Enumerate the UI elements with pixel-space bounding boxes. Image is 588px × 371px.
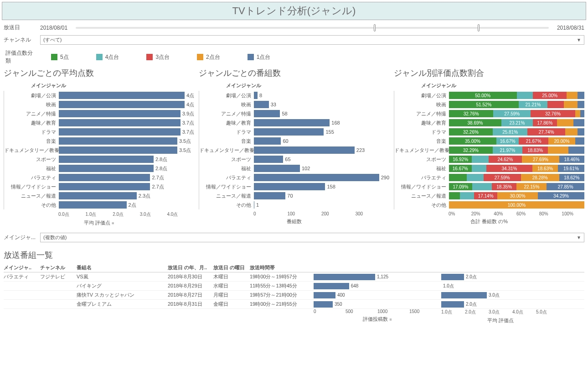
stacked-segment[interactable] <box>517 92 533 99</box>
stacked-bar-row[interactable]: 映画51.52%21.21% <box>394 100 584 109</box>
bar-fill[interactable] <box>59 92 185 99</box>
stacked-segment[interactable] <box>575 110 581 117</box>
bar-fill[interactable] <box>254 156 283 163</box>
stacked-segment[interactable]: 27.69% <box>522 156 559 163</box>
stacked-segment[interactable]: 100.00% <box>449 201 584 209</box>
stacked-segment[interactable] <box>578 92 584 99</box>
stacked-bar-row[interactable]: 音楽35.00%16.67%21.67%20.00% <box>394 136 584 146</box>
stacked-bar-row[interactable]: 福祉16.67%34.31%18.63%19.61% <box>394 164 584 173</box>
col-header-genre[interactable]: メインジャ.. <box>4 264 40 271</box>
stacked-segment[interactable]: 18.83% <box>522 146 548 154</box>
bar-row[interactable]: その他2点 <box>4 200 194 209</box>
table-row[interactable]: 痛快TV スカッとジャパン2018年8月27日月曜日19時57分～21時00分4… <box>4 291 584 300</box>
stacked-segment[interactable]: 27.59% <box>484 174 521 181</box>
stacked-segment[interactable]: 18.35% <box>492 183 516 190</box>
stacked-segment[interactable]: 17.86% <box>533 119 557 126</box>
stacked-segment[interactable]: 30.00% <box>497 192 538 199</box>
stacked-bar-row[interactable]: その他100.00% <box>394 200 584 209</box>
bar-fill[interactable] <box>254 201 254 209</box>
bar-row[interactable]: ドキュメンタリー／教養223 <box>199 146 389 155</box>
bar-fill[interactable] <box>59 183 150 190</box>
bar-row[interactable]: 福祉2.8点 <box>4 164 194 173</box>
stacked-segment[interactable]: 34.29% <box>538 192 584 199</box>
stacked-bar-row[interactable]: ニュース／報道17.14%30.00%34.29% <box>394 191 584 200</box>
bar-row[interactable]: ニュース／報道2.3点 <box>4 191 194 200</box>
bar-row[interactable]: 劇場／公演4点 <box>4 91 194 100</box>
date-slider[interactable] <box>76 27 549 29</box>
table-row[interactable]: バラエティフジテレビVS嵐2018年8月30日木曜日19時00分～19時57分1… <box>4 272 584 282</box>
stacked-segment[interactable]: 19.61% <box>558 165 584 172</box>
bar-row[interactable]: その他1 <box>199 200 389 209</box>
channel-select[interactable]: (すべて) ▼ <box>40 35 584 45</box>
bar-fill[interactable] <box>254 183 325 190</box>
bar-fill[interactable] <box>254 165 300 172</box>
stacked-segment[interactable]: 25.00% <box>533 92 567 99</box>
stacked-segment[interactable]: 21.67% <box>519 137 548 145</box>
bar-fill[interactable] <box>59 156 154 163</box>
table-row[interactable]: 金曜プレミアム2018年8月31日金曜日19時00分～21時55分3502.0点 <box>4 300 584 309</box>
stacked-segment[interactable] <box>449 174 467 181</box>
col-header-dow[interactable]: 放送日 の曜日 <box>213 264 250 271</box>
bar-row[interactable]: アニメ／特撮58 <box>199 109 389 118</box>
bar-fill[interactable] <box>254 110 280 117</box>
bar-fill[interactable] <box>254 119 330 126</box>
legend-item[interactable]: 3点台 <box>146 53 170 61</box>
bar-row[interactable]: 福祉102 <box>199 164 389 173</box>
bar-row[interactable]: スポーツ2.8点 <box>4 155 194 164</box>
bar-row[interactable]: バラエティ290 <box>199 173 389 182</box>
stacked-segment[interactable]: 23.21% <box>501 119 533 126</box>
stacked-segment[interactable]: 17.14% <box>474 192 497 199</box>
stacked-segment[interactable]: 50.00% <box>449 92 517 99</box>
stacked-segment[interactable]: 18.63% <box>532 165 557 172</box>
stacked-segment[interactable]: 21.21% <box>519 101 547 108</box>
stacked-segment[interactable]: 16.67% <box>449 165 472 172</box>
slider-handle-start[interactable] <box>374 24 376 31</box>
stacked-segment[interactable] <box>580 110 584 117</box>
stacked-bar-row[interactable]: 情報／ワイドショー17.09%18.35%22.15%27.85% <box>394 182 584 191</box>
stacked-bar-row[interactable]: バラエティ27.59%28.28%18.62% <box>394 173 584 182</box>
stacked-segment[interactable] <box>472 165 486 172</box>
bar-row[interactable]: 映画33 <box>199 100 389 109</box>
stacked-segment[interactable]: 18.46% <box>559 156 584 163</box>
bar-fill[interactable] <box>59 137 177 145</box>
bar-fill[interactable] <box>59 110 181 117</box>
stacked-segment[interactable] <box>467 174 484 181</box>
bar-row[interactable]: ニュース／報道70 <box>199 191 389 200</box>
bar-row[interactable]: スポーツ65 <box>199 155 389 164</box>
stacked-segment[interactable]: 32.76% <box>531 110 575 117</box>
bar-fill[interactable] <box>254 146 355 154</box>
stacked-bar-row[interactable]: ドラマ32.26%25.81%27.74% <box>394 127 584 136</box>
bar-fill[interactable] <box>59 101 185 108</box>
stacked-segment[interactable]: 18.62% <box>559 174 584 181</box>
stacked-segment[interactable] <box>573 119 584 126</box>
stacked-segment[interactable]: 34.31% <box>486 165 533 172</box>
stacked-segment[interactable] <box>460 192 474 199</box>
stacked-segment[interactable]: 32.29% <box>449 146 493 154</box>
bar-fill[interactable] <box>59 165 154 172</box>
legend-item[interactable]: 4点台 <box>96 53 119 61</box>
avg-bar[interactable] <box>441 292 487 298</box>
bar-fill[interactable] <box>254 101 269 108</box>
stacked-segment[interactable] <box>567 92 578 99</box>
stacked-segment[interactable]: 51.52% <box>449 101 519 108</box>
posts-bar[interactable] <box>314 292 335 298</box>
bar-row[interactable]: 趣味／教育3.7点 <box>4 118 194 127</box>
stacked-segment[interactable] <box>547 101 564 108</box>
stacked-segment[interactable]: 28.28% <box>521 174 559 181</box>
stacked-segment[interactable] <box>565 128 578 136</box>
stacked-segment[interactable] <box>472 183 492 190</box>
posts-bar[interactable] <box>314 301 333 308</box>
stacked-bar-row[interactable]: スポーツ16.92%24.62%27.69%18.46% <box>394 155 584 164</box>
col-header-program[interactable]: 番組名 <box>77 264 168 271</box>
stacked-segment[interactable]: 16.92% <box>449 156 472 163</box>
stacked-segment[interactable]: 35.00% <box>449 137 496 145</box>
bar-fill[interactable] <box>59 119 181 126</box>
bar-row[interactable]: バラエティ2.7点 <box>4 173 194 182</box>
bar-row[interactable]: ドキュメンタリー／教養3.5点 <box>4 146 194 155</box>
stacked-segment[interactable]: 27.74% <box>527 128 565 136</box>
stacked-segment[interactable]: 27.59% <box>493 110 531 117</box>
stacked-bar-row[interactable]: 劇場／公演50.00%25.00% <box>394 91 584 100</box>
posts-bar[interactable] <box>314 274 375 280</box>
bar-fill[interactable] <box>254 128 324 136</box>
main-genre-select[interactable]: (複数の値) ▼ <box>40 233 584 242</box>
